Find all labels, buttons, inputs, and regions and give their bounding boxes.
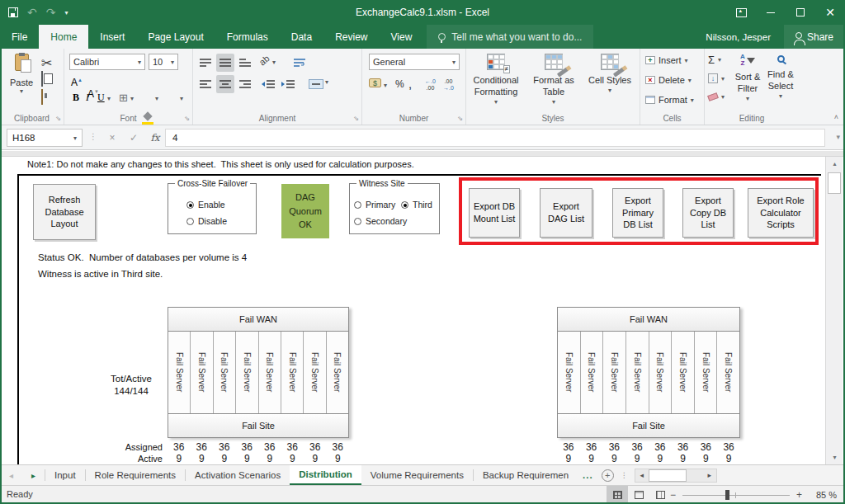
zoom-out-button[interactable]: − xyxy=(670,489,676,501)
formula-input[interactable]: 4 xyxy=(165,129,825,147)
format-painter-button[interactable] xyxy=(41,90,43,105)
tab-home[interactable]: Home xyxy=(39,25,88,49)
fail-server-button[interactable]: Fail Server xyxy=(236,332,258,413)
fail-server-button[interactable]: Fail Server xyxy=(649,332,673,413)
align-center-button[interactable] xyxy=(216,75,234,93)
maximize-button[interactable] xyxy=(786,0,815,25)
orientation-button[interactable]: ab xyxy=(257,53,271,67)
merge-center-dropdown-icon[interactable]: ▾ xyxy=(325,78,328,86)
number-format-select[interactable]: General ▾ xyxy=(369,54,460,70)
refresh-database-layout-button[interactable]: Refresh Database Layout xyxy=(33,184,96,240)
fill-button[interactable]: ↓ ▾ xyxy=(708,73,725,83)
tab-formulas[interactable]: Formulas xyxy=(215,25,280,49)
fail-site-footer[interactable]: Fail Site xyxy=(558,413,739,437)
fail-server-button[interactable]: Fail Server xyxy=(603,332,626,413)
wrap-text-button[interactable] xyxy=(290,54,309,72)
bold-button[interactable]: B xyxy=(73,92,79,104)
top-align-button[interactable] xyxy=(196,54,215,72)
export-copy-db-list-button[interactable]: Export Copy DB List xyxy=(682,188,734,238)
ribbon-display-options-button[interactable] xyxy=(726,0,756,25)
fail-server-button[interactable]: Fail Server xyxy=(717,332,739,413)
scroll-down-arrow[interactable]: ▾ xyxy=(826,450,843,464)
share-button[interactable]: Share xyxy=(784,25,845,49)
insert-cells-button[interactable]: + Insert ▾ xyxy=(645,55,688,65)
accounting-format-button[interactable]: $ xyxy=(369,78,381,87)
fail-wan-header[interactable]: Fail WAN xyxy=(168,308,348,332)
radio-disable[interactable]: Disable xyxy=(186,216,227,226)
accounting-dropdown-icon[interactable]: ▾ xyxy=(384,82,387,89)
tell-me-box[interactable]: Tell me what you want to do... xyxy=(427,25,593,49)
delete-cells-button[interactable]: × Delete ▾ xyxy=(645,75,692,85)
export-dag-list-button[interactable]: Export DAG List xyxy=(540,188,592,238)
orientation-dropdown-icon[interactable]: ▾ xyxy=(272,59,276,66)
zoom-level[interactable]: 85 % xyxy=(809,490,837,500)
tab-file[interactable]: File xyxy=(0,25,39,49)
hscroll-left-arrow[interactable]: ◂ xyxy=(635,471,649,479)
sheet-tabs-overflow[interactable]: ... xyxy=(578,465,598,485)
vertical-scroll-thumb[interactable] xyxy=(828,172,841,194)
decrease-decimal-button[interactable]: .00→.0 xyxy=(443,78,454,91)
autosum-button[interactable]: Σ ▾ xyxy=(708,54,721,66)
font-name-select[interactable]: Calibri ▾ xyxy=(69,54,145,70)
copy-button[interactable] xyxy=(41,72,43,87)
zoom-slider-thumb[interactable] xyxy=(725,490,729,500)
horizontal-scroll-thumb[interactable] xyxy=(649,469,687,482)
sheet-tab-activation-scenarios[interactable]: Activation Scenarios xyxy=(186,465,290,485)
alignment-dialog-launcher[interactable]: ⇘ xyxy=(353,115,359,122)
tab-view[interactable]: View xyxy=(380,25,424,49)
cancel-button[interactable]: × xyxy=(102,129,122,147)
page-layout-view-button[interactable] xyxy=(628,486,649,504)
increase-decimal-button[interactable]: ←.0.00 xyxy=(425,78,436,91)
close-button[interactable]: ✕ xyxy=(815,0,845,25)
fail-server-button[interactable]: Fail Server xyxy=(626,332,649,413)
paste-button[interactable]: Paste ▾ xyxy=(7,54,36,95)
middle-align-button[interactable] xyxy=(216,54,234,72)
underline-dropdown-icon[interactable]: ▾ xyxy=(107,95,111,102)
insert-function-button[interactable]: fx xyxy=(145,129,165,147)
user-name[interactable]: Nilsson, Jesper xyxy=(692,32,784,42)
scroll-up-arrow[interactable]: ▴ xyxy=(826,157,843,171)
sheet-tab-distribution[interactable]: Distribution xyxy=(290,465,361,485)
align-right-button[interactable] xyxy=(236,75,254,93)
cell-styles-button[interactable]: Cell Styles ▾ xyxy=(583,54,636,94)
formula-bar-expand-icon[interactable]: ▾ xyxy=(836,133,840,141)
fail-server-button[interactable]: Fail Server xyxy=(304,332,326,413)
radio-secondary[interactable]: Secondary xyxy=(354,216,407,226)
fail-server-button[interactable]: Fail Server xyxy=(558,332,581,413)
radio-enable[interactable]: Enable xyxy=(186,200,225,210)
new-sheet-button[interactable]: + xyxy=(602,469,614,482)
italic-button[interactable]: I xyxy=(86,92,89,104)
tab-data[interactable]: Data xyxy=(280,25,323,49)
tab-review[interactable]: Review xyxy=(323,25,379,49)
sort-filter-button[interactable]: AZ Sort & Filter ▾ xyxy=(731,54,764,102)
increase-indent-button[interactable] xyxy=(279,75,297,93)
horizontal-scrollbar[interactable]: ◂ ▸ xyxy=(635,469,717,483)
comma-style-button[interactable]: , xyxy=(408,77,412,91)
format-cells-button[interactable]: Format ▾ xyxy=(645,95,694,105)
name-box[interactable]: H168 ▾ xyxy=(7,129,83,147)
number-dialog-launcher[interactable]: ⇘ xyxy=(457,115,463,122)
font-dialog-launcher[interactable]: ⇘ xyxy=(184,115,190,122)
tab-insert[interactable]: Insert xyxy=(88,25,136,49)
zoom-slider[interactable] xyxy=(682,495,790,496)
sheet-nav-prev-icon[interactable]: ◂ xyxy=(0,465,22,485)
sheet-tab-input[interactable]: Input xyxy=(45,465,85,485)
page-break-view-button[interactable] xyxy=(649,486,671,504)
fail-server-button[interactable]: Fail Server xyxy=(327,332,348,413)
clipboard-dialog-launcher[interactable]: ⇘ xyxy=(55,115,61,122)
export-primary-db-list-button[interactable]: Export Primary DB List xyxy=(612,188,663,238)
minimize-button[interactable] xyxy=(756,0,786,25)
font-size-select[interactable]: 10 ▾ xyxy=(149,54,178,70)
font-color-dropdown-icon[interactable]: ▾ xyxy=(180,95,183,102)
radio-primary[interactable]: Primary xyxy=(354,200,395,210)
fail-server-button[interactable]: Fail Server xyxy=(581,332,604,413)
sheet-tab-role-requirements[interactable]: Role Requirements xyxy=(86,465,185,485)
tab-page-layout[interactable]: Page Layout xyxy=(136,25,215,49)
percent-style-button[interactable]: % xyxy=(395,78,404,90)
worksheet[interactable]: Note1: Do not make any changes to this s… xyxy=(0,157,824,464)
export-role-calculator-scripts-button[interactable]: Export Role Calculator Scripts xyxy=(748,188,814,238)
fail-site-footer[interactable]: Fail Site xyxy=(168,413,348,437)
cut-button[interactable]: ✂ xyxy=(41,55,52,71)
borders-dropdown-icon[interactable]: ▾ xyxy=(130,95,134,102)
export-db-mount-list-button[interactable]: Export DB Mount List xyxy=(469,188,520,238)
